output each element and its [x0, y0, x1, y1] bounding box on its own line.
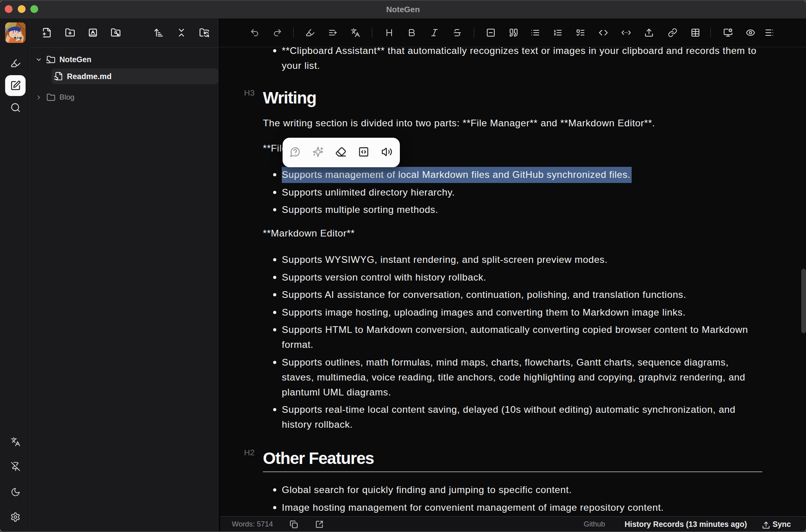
svg-text:竟不够: 竟不够: [13, 37, 22, 40]
